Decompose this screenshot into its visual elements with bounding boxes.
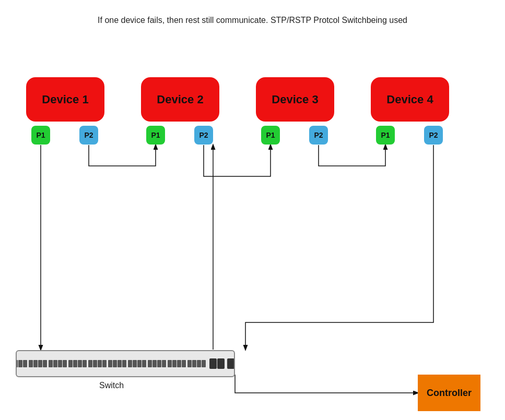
device-4-port-p2: P2 — [424, 126, 443, 145]
device-2-port-p1: P1 — [146, 126, 165, 145]
device-3-port-p2: P2 — [309, 126, 328, 145]
controller-label: Controller — [427, 388, 472, 399]
device-2: Device 2 — [141, 77, 219, 122]
device-3-port-p1: P1 — [261, 126, 280, 145]
device-2-label: Device 2 — [157, 93, 203, 106]
diagram-area: Device 1 P1 P2 Device 2 P1 P2 Device 3 P… — [0, 30, 505, 411]
device-4-label: Device 4 — [386, 93, 433, 106]
device-1-port-p1: P1 — [31, 126, 50, 145]
device-1: Device 1 — [26, 77, 104, 122]
device-1-label: Device 1 — [42, 93, 88, 106]
device-4-port-p1: P1 — [376, 126, 395, 145]
device-2-port-p2: P2 — [194, 126, 213, 145]
device-3: Device 3 — [256, 77, 334, 122]
device-1-port-p2: P2 — [79, 126, 98, 145]
caption-text: If one device fails, then rest still com… — [0, 0, 505, 30]
switch-box — [16, 350, 235, 377]
controller-box: Controller — [418, 375, 480, 411]
switch-label: Switch — [99, 381, 124, 390]
device-3-label: Device 3 — [272, 93, 318, 106]
device-4: Device 4 — [371, 77, 449, 122]
